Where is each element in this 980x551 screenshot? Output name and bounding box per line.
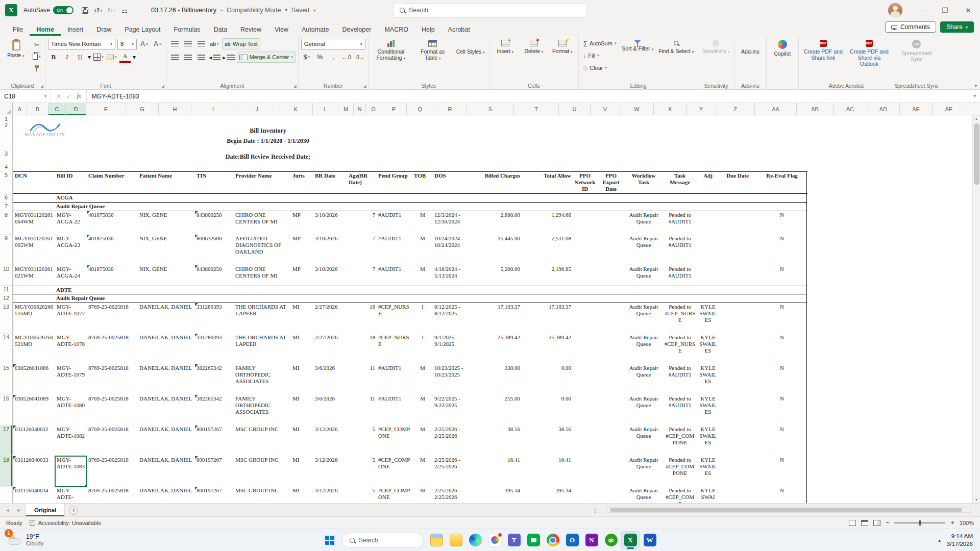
cell-15-total_allow[interactable]: 0.00	[522, 364, 573, 395]
cell-17-due_date[interactable]	[719, 425, 756, 456]
font-color-dropdown-icon[interactable]: ▾	[133, 54, 136, 61]
cell-x-patient[interactable]: DANEILAK, DANIEL	[138, 487, 195, 503]
insert-cells-button[interactable]: Insert ▾	[492, 38, 519, 56]
zoom-out-button[interactable]: −	[886, 519, 890, 527]
cell-14-juris[interactable]: MI	[291, 334, 313, 364]
align-right-button[interactable]	[195, 52, 207, 63]
cell-8-re_eval[interactable]: N	[756, 211, 807, 235]
row-header-3[interactable]: 3	[0, 150, 13, 163]
share-button[interactable]: Share ▾	[940, 21, 974, 33]
cell-18-provider[interactable]: MSC GROUP INC	[234, 456, 291, 487]
cell-14-re_eval[interactable]: N	[756, 334, 807, 364]
column-header-AD[interactable]: AD	[867, 103, 900, 115]
cell-x-br_date[interactable]: 3/12/2026	[313, 487, 347, 503]
cell-18-dos[interactable]: 2/25/2026 - 2/25/2026	[433, 456, 465, 487]
ribbon-tab-data[interactable]: Data	[207, 23, 234, 36]
row-header-13[interactable]: 13	[0, 303, 13, 334]
cell-17-juris[interactable]: MI	[291, 425, 313, 456]
cell-8-dos[interactable]: 12/3/2024 - 12/30/2024	[433, 211, 465, 235]
taskbar-icon-teams[interactable]: T	[505, 531, 523, 549]
cell-8-br_date[interactable]: 3/10/2026	[313, 211, 347, 235]
redo-dropdown-icon[interactable]: ▾	[113, 8, 115, 13]
cell-17-br_date[interactable]: 3/12/2026	[313, 425, 347, 456]
row-header-6[interactable]: 6	[0, 194, 13, 203]
cell-18-task_message[interactable]: Pended to #CEP_COMPONE	[663, 456, 697, 487]
cell-14-patient[interactable]: DANEILAK, DANIEL	[138, 334, 195, 364]
cell-15-workflow_task[interactable]: Audit Repair Queue	[625, 364, 663, 395]
cell-9-dos[interactable]: 10/24/2024 - 10/24/2024	[433, 235, 465, 265]
cell-8-tob[interactable]: M	[412, 211, 433, 235]
taskbar-icon-meet[interactable]	[524, 531, 543, 549]
selection-fill-handle[interactable]	[85, 485, 87, 487]
cell-8-patient[interactable]: NIX, GENE	[138, 211, 195, 235]
cell-17-dos[interactable]: 2/25/2026 - 2/25/2026	[433, 425, 465, 456]
cell-10-provider[interactable]: CHIRO ONE CENTERS OF MI	[234, 265, 291, 286]
formula-input[interactable]: MGY-ADTE-1083	[87, 90, 980, 103]
cell-x-provider[interactable]: MSC GROUP INC	[234, 487, 291, 503]
cell-16-adj[interactable]: KYLE SWAILES	[697, 395, 719, 425]
cell-14-provider[interactable]: THE ORCHARDS AT LAPEER	[234, 334, 291, 364]
cell-9-age[interactable]: 7	[347, 235, 377, 265]
saved-dropdown-icon[interactable]: ▾	[313, 8, 315, 13]
cell-9-ppo_network_id[interactable]	[573, 235, 597, 265]
italic-button[interactable]: I	[61, 52, 72, 63]
cell-17-tob[interactable]: M	[412, 425, 433, 456]
cell-13-juris[interactable]: MI	[291, 303, 313, 334]
cell-9-due_date[interactable]	[719, 235, 756, 265]
ribbon-tab-file[interactable]: File	[6, 23, 30, 36]
sheet-options-icon[interactable]: ⋮	[592, 507, 598, 514]
cell-10-billed[interactable]: 5,260.00	[465, 265, 522, 286]
ribbon-tab-automate[interactable]: Automate	[295, 23, 336, 36]
cell-8-task_message[interactable]: Pended to #AUDIT1	[663, 211, 697, 235]
underline-dropdown-icon[interactable]: ▾	[88, 54, 91, 61]
cell-18-pend_group[interactable]: #CEP_COMPONE	[377, 456, 412, 487]
cell-14-tin[interactable]: 331280393	[195, 334, 234, 364]
cell-17-patient[interactable]: DANEILAK, DANIEL	[138, 425, 195, 456]
cell-17-re_eval[interactable]: N	[756, 425, 807, 456]
column-header-K[interactable]: K	[279, 103, 313, 115]
cell-14-ppo_network_id[interactable]	[573, 334, 597, 364]
cell-16-age[interactable]: 11	[347, 395, 377, 425]
cell-8-bill_id[interactable]: MGY-ACGA-22	[55, 211, 87, 235]
ribbon-tab-developer[interactable]: Developer	[335, 23, 378, 36]
ribbon-tab-home[interactable]: Home	[30, 23, 61, 36]
cell-16-billed[interactable]: 255.00	[465, 395, 522, 425]
decrease-decimal-button[interactable]: .0→	[354, 52, 365, 63]
cell-15-juris[interactable]: MI	[291, 364, 313, 395]
cell-9-provider[interactable]: AFFILIATED DIAGNOSTICS OF OAKLAND	[234, 235, 291, 265]
cell-10-dcn[interactable]: MGY031120261021WM	[13, 265, 55, 286]
cell-18-tob[interactable]: M	[412, 456, 433, 487]
document-name[interactable]: 03.17.26 - BillInventory	[151, 7, 216, 14]
column-header-I[interactable]: I	[191, 103, 235, 115]
cell-16-workflow_task[interactable]: Audit Repair Queue	[625, 395, 663, 425]
column-title-ppo_network_id[interactable]: PPO Network ID	[573, 171, 597, 194]
cell-10-tin[interactable]: 843800250	[195, 265, 234, 286]
taskbar-icon-outlook[interactable]: O	[563, 531, 581, 549]
cell-9-tob[interactable]: M	[412, 235, 433, 265]
cell-14-br_date[interactable]: 2/27/2026	[313, 334, 347, 364]
zoom-level[interactable]: 100%	[960, 520, 974, 526]
cell-x-workflow_task[interactable]: Audit Repair Queue	[625, 487, 663, 503]
cell-x-bill_id[interactable]: MGY-ADTE-	[55, 487, 87, 503]
column-title-task_message[interactable]: Task Message	[663, 171, 697, 194]
horizontal-scrollbar[interactable]	[607, 507, 971, 513]
zoom-in-button[interactable]: +	[950, 519, 954, 527]
number-format-selector[interactable]: General▾	[301, 39, 365, 49]
cell-18-workflow_task[interactable]: Audit Repair Queue	[625, 456, 663, 487]
column-title-due_date[interactable]: Due Date	[719, 171, 756, 194]
cell-17-task_message[interactable]: Pended to #CEP_COMPONE	[663, 425, 697, 456]
find-select-button[interactable]: Find & Select ▾	[657, 38, 695, 56]
align-left-button[interactable]	[169, 52, 180, 63]
ribbon-tab-draw[interactable]: Draw	[90, 23, 118, 36]
column-header-M[interactable]: M	[338, 103, 354, 115]
comments-button[interactable]: Comments	[885, 21, 936, 33]
cell-18-age[interactable]: 5	[347, 456, 377, 487]
row-header-17[interactable]: 17	[0, 425, 13, 456]
cell-9-adj[interactable]	[697, 235, 719, 265]
cell-x-claim[interactable]: 8769-25-0025818	[87, 487, 138, 503]
cell-16-due_date[interactable]	[719, 395, 756, 425]
alignment-dialog-launcher[interactable]: ◢	[293, 84, 296, 88]
cell-13-ppo_export_date[interactable]	[597, 303, 625, 334]
format-as-table-button[interactable]: Format as Table ▾	[413, 38, 453, 63]
cell-15-patient[interactable]: DANEILAK, DANIEL	[138, 364, 195, 395]
